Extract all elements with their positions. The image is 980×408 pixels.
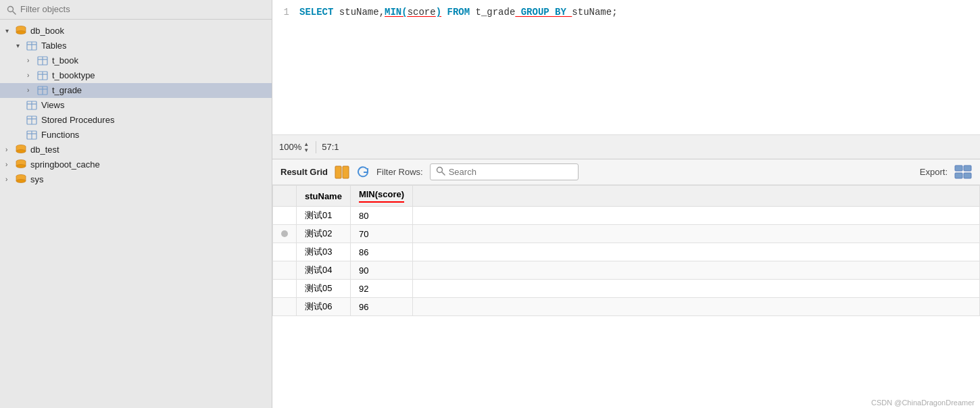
col-header-minscore: MIN(score): [350, 186, 412, 207]
cell-empty: [413, 243, 980, 261]
tree-item-t_booktype[interactable]: › t_booktype: [0, 68, 272, 83]
filter-bar: [0, 0, 272, 20]
refresh-icon[interactable]: [356, 165, 370, 179]
chevron-sys: ›: [5, 176, 15, 183]
cell-minscore: 96: [350, 298, 412, 316]
tree-label-t_grade: t_grade: [52, 85, 82, 95]
table-row[interactable]: 测试0180: [273, 207, 980, 225]
table-icon-grade: [36, 85, 49, 96]
svg-rect-50: [964, 173, 971, 178]
cell-minscore: 90: [350, 261, 412, 280]
tree-item-stored-procedures[interactable]: Stored Procedures: [0, 113, 272, 128]
cell-stuname: 测试01: [297, 207, 351, 225]
tree-label-tables: Tables: [41, 41, 67, 51]
table-row[interactable]: 测试0592: [273, 280, 980, 298]
kw-select: SELECT: [299, 7, 333, 18]
tree-item-t_grade[interactable]: › t_grade: [0, 83, 272, 98]
main-panel: 1 SELECT stuName,MIN(score) FROM t_grade…: [272, 0, 980, 408]
filter-input[interactable]: [20, 4, 265, 14]
search-box[interactable]: [430, 163, 579, 180]
column-toggle-icon[interactable]: [335, 165, 349, 179]
table-row[interactable]: 测试0270: [273, 225, 980, 243]
row-selector[interactable]: [273, 280, 297, 298]
cell-empty: [413, 298, 980, 316]
fn-min-underline: MIN(score): [385, 7, 441, 18]
row-selector[interactable]: [273, 261, 297, 280]
tree-item-views[interactable]: Views: [0, 98, 272, 113]
chevron-db_book: ▾: [5, 27, 15, 34]
table-body: 测试0180测试0270测试0386测试0490测试0592测试0696: [273, 207, 980, 316]
fn-min: MIN(: [385, 7, 408, 18]
row-selector[interactable]: [273, 243, 297, 261]
views-icon: [26, 100, 38, 111]
zoom-value: 100%: [279, 142, 301, 152]
svg-point-35: [16, 165, 26, 168]
tree: ▾ db_book ▾ Tab: [0, 20, 272, 408]
sql-line: SELECT stuName,MIN(score) FROM t_grade G…: [299, 7, 618, 18]
fn-min-close: ): [436, 7, 441, 18]
sql-editor[interactable]: 1 SELECT stuName,MIN(score) FROM t_grade…: [272, 0, 980, 135]
row-selector-header: [273, 186, 297, 207]
chevron-fn: [16, 131, 26, 138]
cell-stuname: 测试02: [297, 225, 351, 243]
row-selector[interactable]: [273, 298, 297, 316]
table-row-icon: [36, 55, 49, 66]
table-row[interactable]: 测试0386: [273, 243, 980, 261]
tree-label-springboot: springboot_cache: [30, 159, 100, 170]
filter-rows-input[interactable]: [449, 167, 572, 177]
tree-label-views: Views: [41, 100, 64, 110]
svg-rect-48: [964, 165, 971, 171]
svg-line-46: [442, 172, 445, 175]
export-label: Export:: [920, 167, 948, 177]
table-row[interactable]: 测试0490: [273, 261, 980, 280]
tree-label-sys: sys: [30, 174, 44, 184]
db-icon-test: [15, 145, 27, 155]
row-selector[interactable]: [273, 225, 297, 243]
tree-item-db_book[interactable]: ▾ db_book: [0, 24, 272, 39]
tree-item-db_test[interactable]: › db_test: [0, 143, 272, 157]
table-row[interactable]: 测试0696: [273, 298, 980, 316]
line-number: 1: [279, 7, 299, 18]
chevron-db_test: ›: [5, 146, 15, 153]
table-icon-booktype: [36, 70, 49, 81]
col-underline-minscore: [359, 201, 404, 203]
tree-item-sys[interactable]: › sys: [0, 172, 272, 187]
chevron-t_grade: ›: [27, 86, 36, 94]
cell-empty: [413, 225, 980, 243]
cell-minscore: 70: [350, 225, 412, 243]
tree-label-sp: Stored Procedures: [41, 115, 114, 125]
tree-label-t_book: t_book: [52, 55, 78, 66]
cell-empty: [413, 280, 980, 298]
chevron-t_booktype: ›: [27, 72, 36, 79]
tree-item-tables[interactable]: ▾ Tables: [0, 39, 272, 53]
svg-point-30: [16, 150, 26, 153]
kw-group-by-underline: GROUP BY: [515, 7, 572, 18]
cell-stuname: 测试06: [297, 298, 351, 316]
cursor-position: 57:1: [322, 142, 339, 152]
cell-minscore: 92: [350, 280, 412, 298]
db-icon-spring: [15, 159, 27, 170]
svg-rect-43: [335, 166, 341, 178]
svg-point-4: [16, 31, 26, 34]
chevron-springboot: ›: [5, 161, 15, 168]
zoom-arrows[interactable]: ▲ ▼: [303, 141, 309, 153]
cell-empty: [413, 207, 980, 225]
svg-rect-47: [955, 165, 962, 171]
export-icon[interactable]: [954, 165, 972, 180]
editor-toolbar: 100% ▲ ▼ 57:1: [272, 135, 980, 159]
db-icon: [15, 26, 27, 36]
cell-stuname: 测试05: [297, 280, 351, 298]
result-bar: Result Grid Filter Rows: Export:: [272, 159, 980, 185]
sidebar: ▾ db_book ▾ Tab: [0, 0, 272, 408]
chevron-views: [16, 101, 26, 109]
kw-from: FROM: [441, 7, 475, 18]
svg-point-40: [16, 180, 26, 183]
cell-minscore: 80: [350, 207, 412, 225]
tree-item-springboot_cache[interactable]: › springboot_cache: [0, 157, 272, 172]
tree-item-functions[interactable]: Functions: [0, 128, 272, 143]
result-grid-tab[interactable]: Result Grid: [280, 167, 328, 177]
tree-item-t_book[interactable]: › t_book: [0, 53, 272, 68]
tree-label-t_booktype: t_booktype: [52, 70, 95, 80]
svg-rect-44: [343, 166, 349, 178]
row-selector[interactable]: [273, 207, 297, 225]
